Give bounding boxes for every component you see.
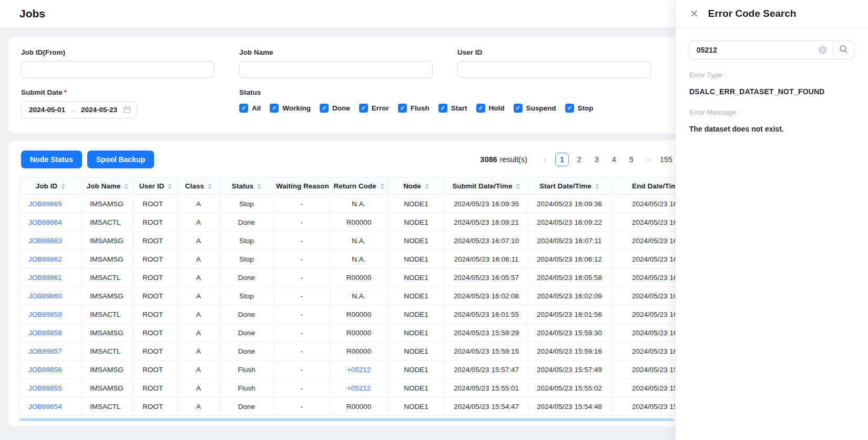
- cell-job-name: IMSAMSG: [81, 195, 134, 213]
- column-header-job-name[interactable]: Job Name: [81, 177, 134, 195]
- cell-user-id: ROOT: [134, 361, 178, 379]
- pagination-prev-icon[interactable]: ‹: [538, 153, 552, 166]
- checkbox-checked-icon[interactable]: ✓: [438, 104, 447, 113]
- sort-icon[interactable]: [380, 183, 384, 189]
- cell-node: NODE1: [388, 379, 445, 397]
- cell-node: NODE1: [388, 232, 445, 250]
- job-id-link[interactable]: JOB89859: [28, 311, 62, 318]
- job-id-link[interactable]: JOB89860: [28, 292, 62, 300]
- job-id-link[interactable]: JOB89856: [28, 366, 62, 374]
- job-id-link[interactable]: JOB89862: [28, 255, 62, 263]
- cell-class: A: [178, 305, 220, 324]
- table-row: JOB89854IMSACTLROOTADone-R00000NODE12024…: [20, 397, 711, 416]
- caret-up-icon: [257, 183, 261, 186]
- column-header-return-code[interactable]: Return Code: [330, 177, 388, 195]
- cell-start-datetime: 2024/05/23 15:54:48: [528, 397, 611, 416]
- sort-icon[interactable]: [425, 183, 429, 189]
- status-option-flush[interactable]: ✓Flush: [398, 104, 430, 113]
- status-option-all[interactable]: ✓All: [239, 104, 261, 113]
- node-status-button[interactable]: Node Status: [21, 151, 82, 168]
- sort-icon[interactable]: [257, 183, 261, 189]
- error-code-search-input[interactable]: [690, 41, 833, 59]
- cell-return-code: +05212: [330, 379, 388, 397]
- spool-backup-button[interactable]: Spool Backup: [87, 151, 154, 168]
- table-toolbar: Node Status Spool Backup 3086result(s) ‹…: [8, 151, 692, 168]
- checkbox-checked-icon[interactable]: ✓: [320, 104, 329, 113]
- table-row: JOB89857IMSACTLROOTADone-R00000NODE12024…: [20, 342, 711, 361]
- checkbox-checked-icon[interactable]: ✓: [270, 104, 279, 113]
- cell-job-name: IMSAMSG: [81, 379, 134, 397]
- table-row: JOB89865IMSAMSGROOTAStop-N.A.NODE12024/0…: [20, 195, 711, 213]
- table-row: JOB89859IMSACTLROOTADone-R00000NODE12024…: [20, 305, 711, 324]
- checkbox-checked-icon[interactable]: ✓: [359, 104, 368, 113]
- job-id-link[interactable]: JOB89861: [28, 274, 62, 282]
- job-id-link[interactable]: JOB89854: [28, 403, 62, 411]
- status-option-suspend[interactable]: ✓Suspend: [514, 104, 556, 113]
- pagination-page-155[interactable]: 155: [659, 153, 673, 166]
- column-header-status[interactable]: Status: [220, 177, 274, 195]
- caret-up-icon: [516, 183, 520, 186]
- status-option-label: Working: [282, 104, 311, 112]
- job-id-link[interactable]: JOB89864: [28, 218, 62, 226]
- column-header-job-id[interactable]: Job ID: [20, 177, 81, 195]
- column-header-user-id[interactable]: User ID: [134, 177, 178, 195]
- status-option-done[interactable]: ✓Done: [320, 104, 350, 113]
- cell-start-datetime: 2024/05/23 16:01:56: [528, 305, 611, 324]
- cell-submit-datetime: 2024/05/23 16:07:10: [445, 232, 528, 250]
- job-id-link[interactable]: JOB89857: [28, 347, 62, 355]
- clear-input-icon[interactable]: ×: [819, 46, 827, 54]
- status-option-error[interactable]: ✓Error: [359, 104, 389, 113]
- status-option-label: Stop: [578, 104, 594, 112]
- status-option-label: Flush: [411, 104, 430, 112]
- submit-date-range-picker[interactable]: 2024-05-01 → 2024-05-23: [21, 101, 137, 118]
- pagination-page-4[interactable]: 4: [607, 153, 621, 166]
- checkbox-checked-icon[interactable]: ✓: [476, 104, 485, 113]
- status-option-working[interactable]: ✓Working: [270, 104, 311, 113]
- job-id-link[interactable]: JOB89863: [28, 237, 62, 245]
- column-header-label: Return Code: [334, 182, 376, 190]
- pagination-ellipsis[interactable]: ⋯: [642, 153, 656, 166]
- column-header-submit-date-time[interactable]: Submit Date/Time: [445, 177, 528, 195]
- column-header-class[interactable]: Class: [178, 177, 220, 195]
- cell-user-id: ROOT: [134, 213, 178, 232]
- return-code-link[interactable]: +05212: [347, 366, 371, 374]
- sort-icon[interactable]: [124, 183, 128, 189]
- close-icon[interactable]: ✕: [690, 8, 699, 19]
- pagination-page-2[interactable]: 2: [573, 153, 586, 166]
- column-header-label: End Date/Time: [632, 182, 681, 190]
- job-id-from-input[interactable]: [21, 61, 215, 78]
- column-header-node[interactable]: Node: [388, 177, 445, 195]
- job-id-link[interactable]: JOB89858: [28, 329, 62, 337]
- status-option-start[interactable]: ✓Start: [438, 104, 467, 113]
- cell-job-name: IMSAMSG: [81, 361, 134, 379]
- pagination-page-1[interactable]: 1: [555, 153, 569, 166]
- date-from-value[interactable]: 2024-05-01: [29, 106, 65, 114]
- cell-job-id: JOB89855: [20, 379, 81, 397]
- status-option-label: Suspend: [526, 104, 556, 112]
- sort-icon[interactable]: [61, 183, 65, 189]
- job-id-link[interactable]: JOB89865: [28, 200, 62, 208]
- checkbox-checked-icon[interactable]: ✓: [565, 104, 574, 113]
- pagination-page-3[interactable]: 3: [590, 153, 604, 166]
- horizontal-scrollbar[interactable]: [19, 418, 674, 421]
- checkbox-checked-icon[interactable]: ✓: [398, 104, 407, 113]
- job-name-input[interactable]: [239, 61, 433, 78]
- sort-icon[interactable]: [595, 183, 599, 189]
- status-option-stop[interactable]: ✓Stop: [565, 104, 594, 113]
- sort-icon[interactable]: [168, 183, 172, 189]
- job-id-link[interactable]: JOB89855: [28, 384, 62, 392]
- cell-start-datetime: 2024/05/23 15:55:02: [528, 379, 611, 397]
- column-header-start-date-time[interactable]: Start Date/Time: [528, 177, 611, 195]
- checkbox-checked-icon[interactable]: ✓: [514, 104, 523, 113]
- user-id-input[interactable]: [457, 61, 651, 78]
- pagination-page-5[interactable]: 5: [625, 153, 638, 166]
- sort-icon[interactable]: [208, 183, 212, 189]
- sort-icon[interactable]: [516, 183, 520, 189]
- cell-job-id: JOB89856: [20, 361, 81, 379]
- return-code-link[interactable]: +05212: [347, 384, 371, 392]
- cell-waiting-reason: -: [274, 379, 330, 397]
- search-button[interactable]: [833, 41, 854, 59]
- date-to-value[interactable]: 2024-05-23: [81, 106, 117, 114]
- checkbox-checked-icon[interactable]: ✓: [239, 104, 248, 113]
- status-option-hold[interactable]: ✓Hold: [476, 104, 505, 113]
